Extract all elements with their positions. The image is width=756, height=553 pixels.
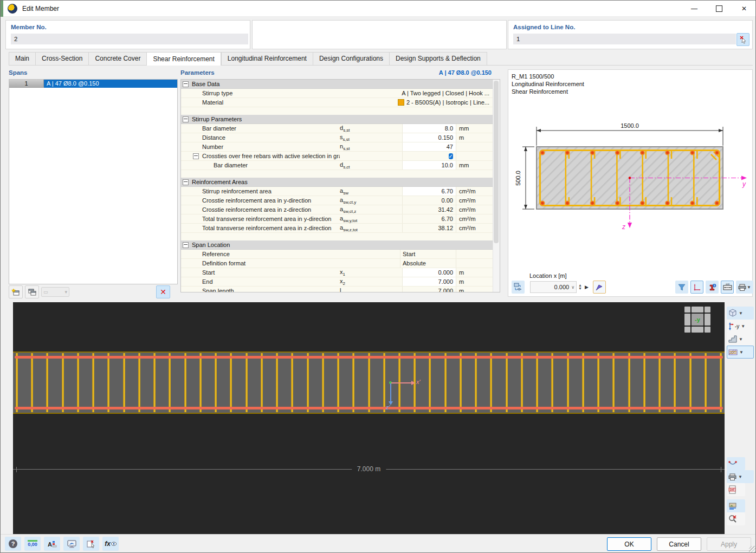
scrollbar-thumb[interactable] — [494, 81, 499, 243]
view-mode-button[interactable]: ▼ — [727, 307, 754, 320]
section-span-location[interactable]: Span Location — [181, 240, 493, 250]
assigned-line-input[interactable]: 1 — [513, 34, 736, 44]
section-stirrup-parameters[interactable]: Stirrup Parameters — [181, 115, 493, 124]
close-button[interactable]: ✕ — [732, 1, 756, 17]
axis-x-label: x' — [416, 379, 421, 385]
empty-panel — [252, 20, 507, 49]
row-crosstie-bar-diameter[interactable]: Bar diameter ds,ct 10.0 mm — [181, 161, 493, 170]
location-x-step-icon[interactable]: ▶ — [585, 284, 589, 290]
parameters-scrollbar[interactable] — [493, 80, 500, 292]
show-location-marker-button[interactable] — [593, 281, 606, 294]
row-total-area-y[interactable]: Total transverse reinforcement area in y… — [181, 214, 493, 224]
collapse-icon[interactable] — [183, 242, 189, 248]
row-stirrup-area[interactable]: Stirrup reinforcement area asw 6.70 cm²/… — [181, 187, 493, 196]
cross-section-diagram: 1500.0 500.0 — [509, 122, 752, 237]
stirrup-bar — [429, 353, 431, 412]
row-material[interactable]: Material 2 - B500S(A) | Isotropic | Line… — [181, 98, 493, 107]
row-distance[interactable]: Distance ss,st 0.150 m — [181, 133, 493, 142]
display-properties-icon: A — [47, 540, 57, 548]
collapse-icon[interactable] — [183, 179, 189, 185]
stirrup-bar — [521, 353, 523, 412]
print-preview-button[interactable]: ▼ — [736, 281, 753, 294]
row-definition-format[interactable]: Definition format Absolute — [181, 259, 493, 268]
export-dxf-button[interactable]: DXF — [727, 483, 745, 496]
row-span-length[interactable]: Span length ls 7.000 m — [181, 287, 493, 292]
tab-main[interactable]: Main — [9, 52, 35, 65]
member-no-input[interactable]: 2 — [11, 34, 248, 44]
ok-button[interactable]: OK — [607, 537, 651, 551]
edit-member-dialog: Edit Member — ✕ Member No. 2 Assigned to… — [0, 0, 756, 553]
tab-concrete-cover[interactable]: Concrete Cover — [88, 52, 146, 65]
view-direction-button[interactable]: -y ▼ — [727, 320, 754, 333]
formula-view-button[interactable]: fx — [102, 537, 119, 551]
cross-section-preview-panel: R_M1 1500/500 Longitudinal Reinforcement… — [508, 69, 753, 297]
pick-line-button[interactable] — [736, 33, 749, 46]
stirrup-bar — [674, 353, 676, 412]
filter-button[interactable] — [675, 281, 688, 294]
span-options-combo[interactable]: ▭▾ — [41, 287, 69, 297]
display-properties-button[interactable]: A — [44, 537, 60, 551]
svg-text:A: A — [48, 541, 52, 548]
location-x-spinner[interactable]: ▲▼ — [578, 284, 582, 290]
stirrup-bar — [475, 353, 477, 412]
new-span-button[interactable] — [9, 285, 23, 298]
cancel-zoom-button[interactable] — [727, 512, 745, 525]
display-style-button[interactable]: ▼ — [727, 333, 754, 346]
row-crossties[interactable]: Crossties over free rebars with active s… — [181, 152, 493, 161]
gap-row — [181, 233, 493, 240]
delete-span-button[interactable]: ✕ — [156, 285, 170, 298]
row-crosstie-area-y[interactable]: Crosstie reinforcement area in y-directi… — [181, 196, 493, 205]
tab-shear-reinforcement[interactable]: Shear Reinforcement — [146, 52, 221, 66]
section-info-button[interactable]: i — [706, 281, 719, 294]
units-decimals-button[interactable]: 0,00 — [24, 537, 41, 551]
view-cube[interactable]: -y — [684, 307, 712, 334]
span-row[interactable]: 1 A | 47 Ø8.0 @0.150 — [9, 80, 177, 88]
copy-span-button[interactable] — [25, 285, 39, 298]
toggle-view-button[interactable] — [512, 281, 525, 294]
background-layers-button[interactable] — [727, 499, 745, 512]
stirrup-bar — [215, 353, 217, 412]
section-base-data[interactable]: Base Data — [181, 80, 493, 89]
row-end[interactable]: End x2 7.000 m — [181, 277, 493, 287]
span-row-number: 1 — [9, 80, 44, 88]
row-number[interactable]: Number ns,st 47 — [181, 142, 493, 152]
collapse-icon[interactable] — [193, 153, 199, 159]
smooth-results-button[interactable] — [727, 457, 745, 470]
row-reference[interactable]: Reference Start — [181, 250, 493, 259]
show-axes-button[interactable] — [690, 281, 703, 294]
row-bar-diameter[interactable]: Bar diameter ds,st 8.0 mm — [181, 124, 493, 133]
maximize-button[interactable] — [707, 1, 732, 17]
tab-cross-section[interactable]: Cross-Section — [35, 52, 88, 65]
show-dimensions-button[interactable]: 100 — [721, 281, 734, 294]
resize-grip[interactable] — [749, 546, 755, 552]
row-total-area-z[interactable]: Total transverse reinforcement area in z… — [181, 224, 493, 233]
collapse-icon[interactable] — [183, 81, 189, 87]
row-start[interactable]: Start x1 0.000 m — [181, 268, 493, 277]
minimize-button[interactable]: — — [682, 1, 707, 17]
gap-row — [181, 170, 493, 178]
row-crosstie-area-z[interactable]: Crosstie reinforcement area in z-directi… — [181, 205, 493, 214]
viewport-3d[interactable]: x' z' 7.000 m -y — [13, 302, 725, 534]
row-stirrup-type[interactable]: Stirrup type A | Two legged | Closed | H… — [181, 89, 493, 98]
crossties-checkbox[interactable] — [449, 153, 453, 159]
printer-icon — [738, 284, 746, 291]
apply-button[interactable]: Apply — [707, 537, 751, 551]
tab-design-configurations[interactable]: Design Configurations — [313, 52, 389, 65]
help-button[interactable]: ? — [5, 537, 21, 551]
stirrup-bar — [184, 353, 186, 412]
reinforcement-display-button[interactable]: ▼ — [727, 346, 754, 359]
stirrup-bar — [551, 353, 553, 412]
cancel-button[interactable]: Cancel — [657, 537, 701, 551]
print-graphic-button[interactable]: ▼ — [727, 470, 754, 483]
display-settings-button[interactable] — [63, 537, 80, 551]
view-cube-face-label[interactable]: -y — [692, 314, 703, 326]
deselect-icon — [87, 540, 95, 548]
tab-longitudinal-reinforcement[interactable]: Longitudinal Reinforcement — [221, 52, 313, 65]
deselect-object-button[interactable] — [83, 537, 99, 551]
axes-icon — [693, 283, 701, 291]
location-x-combobox[interactable]: 0.000 ∨ — [530, 281, 577, 293]
tab-design-supports-deflection[interactable]: Design Supports & Deflection — [389, 52, 487, 65]
stirrup-bar — [307, 353, 309, 412]
collapse-icon[interactable] — [183, 116, 189, 122]
section-reinforcement-areas[interactable]: Reinforcement Areas — [181, 178, 493, 187]
